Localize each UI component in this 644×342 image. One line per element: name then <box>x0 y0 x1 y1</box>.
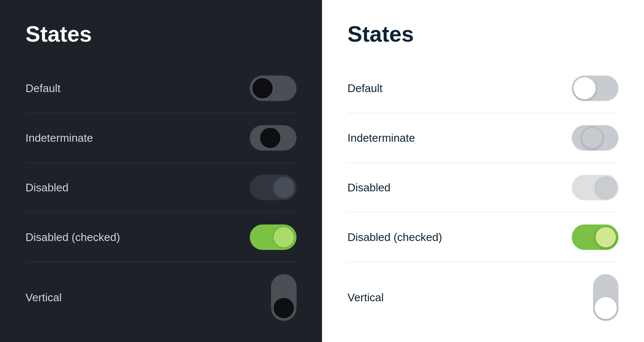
light-toggle-indeterminate-wrap <box>572 125 619 151</box>
light-toggle-disabled <box>572 175 619 200</box>
dark-toggle-default-wrap <box>250 76 297 101</box>
dark-state-row-default: Default <box>25 64 297 113</box>
light-panel: States Default Indeterminate Disabled <box>322 0 644 342</box>
light-panel-title: States <box>347 21 619 47</box>
light-toggle-indeterminate[interactable] <box>572 125 619 151</box>
dark-toggle-vertical-knob <box>273 297 295 319</box>
light-state-row-vertical: Vertical <box>347 262 619 333</box>
dark-toggle-default-knob <box>251 77 274 99</box>
dark-states-list: Default Indeterminate Disabled <box>25 64 297 333</box>
light-label-disabled: Disabled <box>347 181 390 194</box>
dark-panel: States Default Indeterminate Disabled <box>0 0 322 342</box>
dark-toggle-disabled-checked <box>250 224 297 250</box>
light-state-row-disabled: Disabled <box>347 163 619 212</box>
dark-toggle-indeterminate[interactable] <box>250 125 297 151</box>
light-state-row-disabled-checked: Disabled (checked) <box>347 213 619 262</box>
dark-toggle-disabled-knob <box>273 177 295 199</box>
dark-toggle-default[interactable] <box>250 76 297 101</box>
dark-panel-title: States <box>25 21 297 47</box>
light-label-indeterminate: Indeterminate <box>347 132 415 145</box>
light-label-disabled-checked: Disabled (checked) <box>347 231 442 244</box>
dark-label-default: Default <box>25 82 60 95</box>
light-toggle-disabled-checked <box>572 224 619 250</box>
dark-state-row-indeterminate: Indeterminate <box>25 113 297 163</box>
dark-toggle-vertical[interactable] <box>271 274 297 321</box>
light-state-row-indeterminate: Indeterminate <box>347 113 619 163</box>
dark-label-vertical: Vertical <box>25 291 62 304</box>
light-state-row-default: Default <box>347 64 619 113</box>
light-label-default: Default <box>347 82 382 95</box>
light-toggle-indeterminate-knob <box>581 127 603 149</box>
dark-toggle-disabled-wrap <box>250 175 297 200</box>
light-toggle-disabled-checked-knob <box>595 226 617 248</box>
dark-toggle-indeterminate-wrap <box>250 125 297 151</box>
dark-toggle-disabled-checked-wrap <box>250 224 297 250</box>
dark-toggle-disabled <box>250 175 297 200</box>
dark-label-disabled-checked: Disabled (checked) <box>25 231 120 244</box>
dark-state-row-disabled: Disabled <box>25 163 297 212</box>
light-toggle-disabled-wrap <box>572 175 619 200</box>
dark-toggle-vertical-wrap <box>271 274 297 321</box>
dark-toggle-disabled-checked-knob <box>273 226 295 248</box>
light-toggle-disabled-knob <box>595 177 617 199</box>
light-toggle-vertical[interactable] <box>593 274 619 321</box>
dark-label-disabled: Disabled <box>25 181 68 194</box>
light-toggle-vertical-wrap <box>593 274 619 321</box>
dark-label-indeterminate: Indeterminate <box>25 132 93 145</box>
light-toggle-disabled-checked-wrap <box>572 224 619 250</box>
dark-toggle-indeterminate-knob <box>259 127 281 149</box>
dark-state-row-disabled-checked: Disabled (checked) <box>25 213 297 262</box>
light-toggle-vertical-knob <box>595 297 617 319</box>
light-label-vertical: Vertical <box>347 291 384 304</box>
light-states-list: Default Indeterminate Disabled <box>347 64 619 333</box>
dark-state-row-vertical: Vertical <box>25 262 297 333</box>
light-toggle-default[interactable] <box>572 76 619 101</box>
light-toggle-default-knob <box>573 77 596 99</box>
light-toggle-default-wrap <box>572 76 619 101</box>
